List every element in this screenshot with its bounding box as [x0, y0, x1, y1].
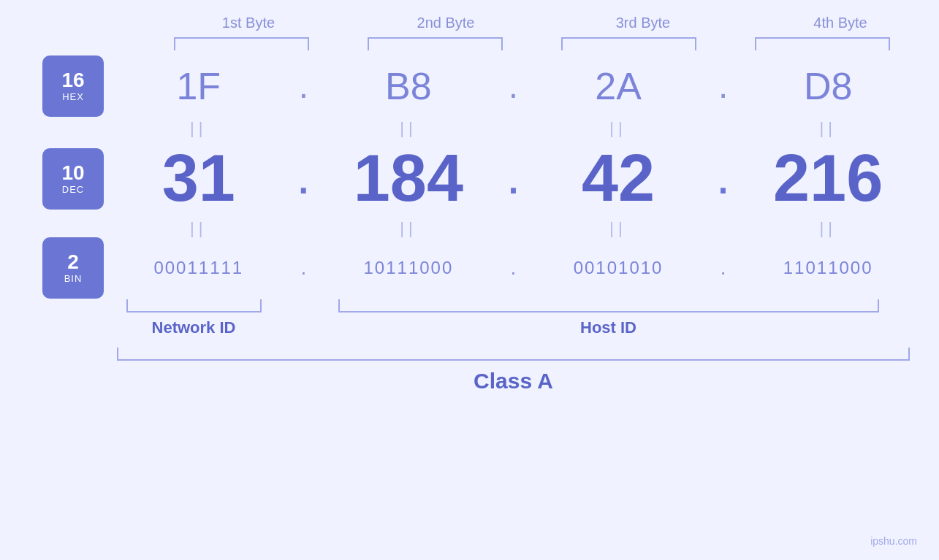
byte-label-3: 3rd Byte	[563, 15, 723, 31]
dec-dot-3: .	[709, 149, 738, 202]
main-container: 1st Byte 2nd Byte 3rd Byte 4th Byte 16 H…	[0, 0, 939, 560]
byte-label-1: 1st Byte	[168, 15, 329, 31]
hex-row: 16 HEX 1F . B8 . 2A . D8	[29, 55, 910, 117]
base-bin-badge: 2 BIN	[42, 237, 104, 299]
hex-dot-2: .	[498, 69, 528, 104]
dec-dot-1: .	[289, 149, 318, 202]
host-id-label: Host ID	[372, 318, 845, 337]
bin-val-3: 00101010	[541, 258, 695, 278]
bin-dot-2: .	[498, 256, 528, 280]
hex-val-2: B8	[332, 64, 485, 108]
class-bracket-row	[29, 346, 910, 362]
bin-val-2: 10111000	[332, 258, 485, 278]
base-dec-badge: 10 DEC	[42, 148, 104, 210]
network-id-bracket	[126, 299, 262, 312]
dec-val-2: 184	[332, 141, 485, 216]
top-bracket-1	[174, 37, 309, 50]
equals-row-1: || || || ||	[29, 117, 910, 140]
dec-val-4: 216	[751, 141, 905, 216]
dec-val-1: 31	[122, 141, 275, 216]
hex-dot-1: .	[289, 69, 318, 104]
top-bracket-2	[368, 37, 503, 50]
watermark: ipshu.com	[870, 535, 917, 547]
dec-dot-2: .	[498, 149, 528, 202]
bottom-bracket-row	[29, 298, 910, 314]
base-hex-badge: 16 HEX	[42, 55, 104, 117]
top-bracket-3	[561, 37, 696, 50]
class-label-row: Class A	[29, 362, 910, 394]
bin-row: 2 BIN 00011111 . 10111000 . 00101010 . 1…	[29, 240, 910, 295]
bin-val-1: 00011111	[122, 258, 275, 278]
dec-row: 10 DEC 31 . 184 . 42 . 216	[29, 140, 910, 217]
hex-val-1: 1F	[122, 64, 275, 108]
hex-dot-3: .	[709, 69, 738, 104]
id-labels-row: Network ID Host ID	[29, 314, 910, 342]
dec-val-3: 42	[541, 141, 695, 216]
hex-val-4: D8	[751, 64, 905, 108]
bin-dot-3: .	[709, 256, 738, 280]
byte-label-2: 2nd Byte	[365, 15, 526, 31]
class-bracket	[117, 348, 910, 361]
network-id-label: Network ID	[126, 318, 262, 337]
bin-dot-1: .	[289, 256, 318, 280]
hex-val-3: 2A	[541, 64, 695, 108]
host-id-bracket	[338, 299, 879, 312]
equals-row-2: || || || ||	[29, 217, 910, 240]
bin-val-4: 11011000	[751, 258, 905, 278]
byte-label-4: 4th Byte	[760, 15, 921, 31]
class-a-label: Class A	[474, 369, 553, 394]
top-bracket-4	[755, 37, 890, 50]
